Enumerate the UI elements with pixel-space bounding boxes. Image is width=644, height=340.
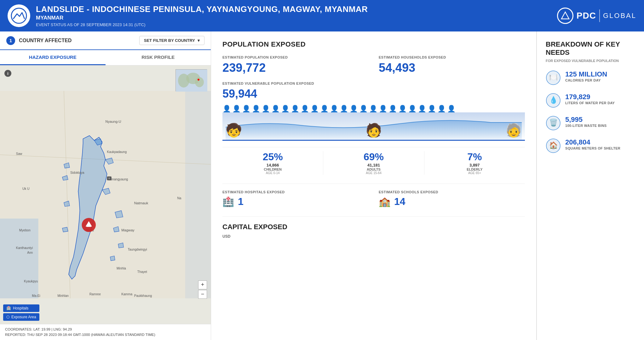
elderly-count: 3,897	[428, 163, 522, 167]
main-layout: 1 COUNTRY AFFECTED SET FILTER BY COUNTRY…	[0, 31, 644, 340]
calories-value: 125 MILLION	[565, 70, 607, 78]
svg-text:Uk U: Uk U	[22, 187, 30, 190]
hospital-icon: 🏥	[6, 306, 11, 310]
age-children: 25% 14,866 CHILDREN AGE 0-14	[222, 151, 323, 175]
svg-text:🗑️: 🗑️	[549, 118, 558, 127]
event-status: EVENT STATUS AS OF 28 SEPTEMBER 2023 14:…	[36, 22, 368, 27]
svg-text:💧: 💧	[549, 96, 558, 104]
breakdown-subtitle: FOR EXPOSED VULNERABLE POPULATION	[546, 59, 635, 63]
svg-text:Magway: Magway	[121, 228, 135, 232]
svg-text:Kaukpadaung: Kaukpadaung	[107, 150, 127, 154]
needs-calories: 🍽️ 125 MILLION CALORIES PER DAY	[546, 70, 635, 85]
water-value: 179,829	[565, 93, 615, 101]
header-left: LANDSLIDE - INDOCHINESE PENINSULA, YAYNA…	[8, 4, 368, 27]
event-country: MYANMAR	[36, 15, 368, 21]
age-groups-row: 25% 14,866 CHILDREN AGE 0-14 69% 41,181 …	[222, 147, 525, 175]
hospitals-block: ESTIMATED HOSPITALS EXPOSED 🏥 1	[222, 190, 369, 207]
pdc-logo: PDC GLOBAL	[557, 8, 636, 24]
map-svg: Nyaung-U Uk U Sidoktaya Kaukpadaung Yena…	[0, 65, 211, 324]
elderly-sub: AGE 65+	[428, 171, 522, 175]
right-panel: BREAKDOWN OF KEY NEEDS FOR EXPOSED VULNE…	[537, 31, 644, 340]
water-desc: LITERS OF WATER PER DAY	[565, 101, 615, 105]
left-panel: 1 COUNTRY AFFECTED SET FILTER BY COUNTRY…	[0, 31, 211, 340]
divider-2	[222, 216, 525, 217]
legend-exposure[interactable]: ⬡ Exposure Area	[3, 313, 39, 321]
svg-text:Paukkhaung: Paukkhaung	[134, 294, 152, 298]
tabs: HAZARD EXPOSURE RISK PROFILE	[0, 50, 211, 65]
svg-marker-14	[110, 256, 115, 261]
breakdown-title: BREAKDOWN OF KEY NEEDS	[546, 40, 635, 57]
svg-text:🍽️: 🍽️	[549, 73, 558, 82]
tab-risk-profile[interactable]: RISK PROFILE	[106, 50, 211, 65]
schools-label: ESTIMATED SCHOOLS EXPOSED	[379, 190, 525, 194]
svg-text:Ann: Ann	[27, 251, 33, 254]
header-title: LANDSLIDE - INDOCHINESE PENINSULA, YAYNA…	[36, 4, 368, 27]
center-panel: POPULATION EXPOSED ESTIMATED POPULATION …	[211, 31, 537, 340]
event-title: LANDSLIDE - INDOCHINESE PENINSULA, YAYNA…	[36, 4, 368, 14]
svg-text:Thayet: Thayet	[137, 270, 147, 274]
children-pct: 25%	[226, 151, 320, 163]
schools-value-row: 🏫 14	[379, 196, 525, 207]
svg-text:Minhla: Minhla	[117, 267, 126, 270]
country-bar: 1 COUNTRY AFFECTED SET FILTER BY COUNTRY…	[0, 31, 211, 50]
country-affected-label: COUNTRY AFFECTED	[19, 38, 135, 43]
legend-hospitals[interactable]: 🏥 Hospitals	[3, 304, 39, 312]
waste-desc: 100-LITER WASTE BINS	[565, 124, 607, 128]
hospital-icon: 🏥	[222, 196, 234, 207]
map-coords: COORDINATES: LAT: 19.99 | LNG: 94.29 REP…	[0, 324, 211, 340]
children-label: CHILDREN	[226, 167, 320, 171]
figure-adult: 🧑	[365, 122, 382, 138]
minimap	[175, 69, 207, 91]
svg-text:Yenangyaung: Yenangyaung	[109, 178, 128, 181]
figure-elderly: 🧓	[505, 122, 522, 138]
shelter-icon: 🏠	[546, 138, 561, 153]
main-stats-row: ESTIMATED POPULATION EXPOSED 239,772 EST…	[222, 55, 525, 75]
zoom-out-button[interactable]: −	[198, 290, 207, 299]
needs-water: 💧 179,829 LITERS OF WATER PER DAY	[546, 93, 635, 108]
svg-text:Kyaukpyu: Kyaukpyu	[24, 280, 38, 283]
country-count: 1	[6, 36, 15, 45]
zoom-controls: + −	[198, 280, 207, 299]
pdc-divider	[599, 9, 600, 22]
vulnerable-label: ESTIMATED VULNERABLE POPULATION EXPOSED	[222, 82, 525, 85]
svg-text:Saw: Saw	[16, 152, 22, 156]
estimated-population-block: ESTIMATED POPULATION EXPOSED 239,772	[222, 55, 369, 75]
children-sub: AGE 0-14	[226, 171, 320, 175]
capital-section-title: CAPITAL EXPOSED	[222, 223, 525, 231]
est-hh-label: ESTIMATED HOUSEHOLDS EXPOSED	[379, 55, 525, 59]
svg-text:Kamma: Kamma	[121, 292, 132, 296]
svg-point-50	[198, 79, 199, 81]
svg-text:Minhlan: Minhlan	[57, 294, 68, 298]
schools-value: 14	[394, 196, 405, 207]
needs-shelter: 🏠 206,804 SQUARE METERS OF SHELTER	[546, 138, 635, 153]
map-legend: 🏥 Hospitals ⬡ Exposure Area	[3, 304, 39, 321]
population-wave-chart: 🧒 🧑 🧓	[222, 112, 525, 141]
water-icon: 💧	[546, 93, 561, 108]
hospitals-label: ESTIMATED HOSPITALS EXPOSED	[222, 190, 369, 194]
svg-text:Myebon: Myebon	[19, 229, 31, 232]
adults-label: ADULTS	[326, 167, 421, 171]
logo-circle	[8, 4, 30, 27]
vulnerable-value: 59,944	[222, 87, 525, 100]
pdc-triangle-icon	[557, 8, 573, 24]
reported-text: REPORTED: THU SEP 28 2023 09:18:44 GMT-1…	[5, 332, 206, 337]
adults-count: 41,181	[326, 163, 421, 167]
map-info-icon[interactable]: i	[4, 70, 11, 77]
filter-by-country-button[interactable]: SET FILTER BY COUNTRY ▾	[139, 36, 204, 45]
svg-text:Kanthauntyi: Kanthauntyi	[16, 246, 33, 250]
map-container[interactable]: Nyaung-U Uk U Sidoktaya Kaukpadaung Yena…	[0, 65, 211, 324]
figure-child: 🧒	[226, 122, 242, 138]
hospitals-value: 1	[238, 196, 244, 207]
tab-hazard-exposure[interactable]: HAZARD EXPOSURE	[0, 50, 106, 65]
zoom-in-button[interactable]: +	[198, 280, 207, 289]
shelter-value: 206,804	[565, 138, 620, 146]
svg-marker-18	[62, 227, 68, 232]
svg-text:🏠: 🏠	[549, 141, 558, 150]
legend-hospitals-label: Hospitals	[13, 306, 28, 310]
adults-sub: AGE 15-64	[326, 171, 421, 175]
divider-1	[222, 184, 525, 184]
population-section-title: POPULATION EXPOSED	[222, 40, 525, 48]
svg-text:Na: Na	[177, 196, 181, 200]
svg-point-42	[108, 178, 110, 179]
waste-value: 5,995	[565, 116, 607, 124]
